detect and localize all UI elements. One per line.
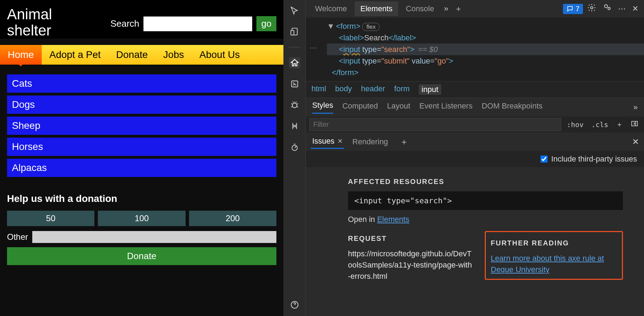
crumb-header[interactable]: header (361, 84, 385, 95)
donation-section: Help us with a donation 50 100 200 Other… (7, 193, 276, 265)
help-icon[interactable] (289, 299, 300, 310)
tab-elements[interactable]: Elements (355, 1, 398, 16)
close-devtools-icon[interactable]: ✕ (630, 3, 640, 15)
main-nav: Home Adopt a Pet Donate Jobs About Us (0, 45, 283, 65)
close-issues-tab-icon[interactable]: ✕ (337, 137, 343, 145)
amount-option[interactable]: 50 (7, 211, 94, 226)
inspect-element-icon[interactable] (289, 5, 300, 16)
toggle-sidebar-icon[interactable] (629, 118, 640, 131)
dom-tree[interactable]: … ▼<form>flex <label>Search</label> <inp… (306, 18, 644, 81)
animal-item[interactable]: Cats (7, 74, 276, 93)
open-in-elements-link[interactable]: Elements (377, 215, 409, 224)
add-drawer-tab-icon[interactable]: ＋ (400, 136, 408, 147)
nav-donate[interactable]: Donate (108, 45, 155, 65)
issues-badge[interactable]: 7 (563, 4, 583, 14)
animal-item[interactable]: Horses (7, 138, 276, 156)
settings-icon[interactable] (585, 2, 598, 16)
search-form: Search go (110, 16, 276, 31)
svg-rect-1 (291, 31, 294, 35)
more-options-icon[interactable]: ⋯ (616, 3, 628, 15)
drawer-tabs: Issues ✕ Rendering ＋ ✕ (306, 132, 644, 151)
close-drawer-icon[interactable]: ✕ (632, 137, 639, 147)
request-heading: REQUEST (348, 235, 474, 243)
nav-adopt[interactable]: Adopt a Pet (42, 45, 108, 65)
search-submit-button[interactable]: go (256, 16, 276, 31)
flex-badge[interactable]: flex (362, 23, 379, 31)
subtab-computed[interactable]: Computed (342, 101, 378, 113)
open-in-elements: Open in Elements (348, 215, 623, 224)
svg-point-6 (591, 7, 593, 9)
third-party-toggle-row: Include third-party issues (306, 151, 644, 167)
animal-item[interactable]: Sheep (7, 117, 276, 135)
subtab-event-listeners[interactable]: Event Listeners (420, 101, 473, 113)
crumb-body[interactable]: body (335, 84, 352, 95)
animal-item[interactable]: Alpacas (7, 159, 276, 177)
devtools-top-tabs: Welcome Elements Console » ＋ 7 ⋯ ✕ (306, 0, 644, 18)
accessibility-icon[interactable] (289, 78, 300, 90)
device-emulation-icon[interactable] (289, 26, 300, 37)
bug-icon[interactable] (289, 99, 300, 111)
issue-details[interactable]: AFFECTED RESOURCES <input type="search">… (306, 167, 644, 316)
drawer-tab-issues[interactable]: Issues ✕ (311, 134, 344, 149)
nav-jobs[interactable]: Jobs (155, 45, 192, 65)
animal-item[interactable]: Dogs (7, 96, 276, 114)
toolstrip-divider (289, 47, 301, 47)
amount-option[interactable]: 200 (189, 211, 276, 226)
donate-button[interactable]: Donate (7, 247, 276, 265)
styles-filter-row: :hov .cls ＋ (306, 117, 644, 132)
site-title-line1: Animal (7, 6, 52, 22)
third-party-checkbox[interactable] (541, 156, 548, 163)
svg-point-8 (608, 7, 610, 9)
styles-subtabs: Styles Computed Layout Event Listeners D… (306, 98, 644, 117)
page-header: Animal shelter Search go (0, 0, 283, 39)
nav-about[interactable]: About Us (192, 45, 248, 65)
search-input[interactable] (143, 17, 252, 31)
rendered-page: Animal shelter Search go Home Adopt a Pe… (0, 0, 283, 316)
affected-code: <input type="search"> (348, 191, 623, 210)
animal-list: Cats Dogs Sheep Horses Alpacas (7, 74, 276, 177)
selected-dom-node[interactable]: <input type="search">== $0 (327, 44, 644, 55)
tab-welcome[interactable]: Welcome (309, 1, 353, 16)
devtools: Welcome Elements Console » ＋ 7 ⋯ ✕ … ▼<f… (283, 0, 644, 316)
third-party-label: Include third-party issues (551, 154, 637, 164)
issues-count: 7 (576, 5, 579, 13)
other-label: Other (7, 232, 28, 242)
add-tab-icon[interactable]: ＋ (452, 2, 464, 15)
subtab-styles[interactable]: Styles (312, 101, 333, 114)
svg-point-7 (604, 5, 608, 8)
devtools-main: Welcome Elements Console » ＋ 7 ⋯ ✕ … ▼<f… (306, 0, 644, 316)
donation-amounts: 50 100 200 (7, 211, 276, 226)
crumb-html[interactable]: html (311, 84, 326, 95)
add-style-rule-icon[interactable]: ＋ (614, 118, 625, 131)
feedback-icon[interactable] (601, 2, 614, 16)
site-title: Animal shelter (7, 6, 70, 39)
crumb-input[interactable]: input (419, 84, 441, 95)
further-reading-box: FURTHER READING Learn more about this ax… (485, 231, 623, 280)
other-amount-input[interactable] (32, 231, 276, 243)
network-icon[interactable] (289, 120, 300, 132)
more-subtabs-icon[interactable]: » (633, 103, 638, 112)
svg-point-3 (292, 103, 297, 108)
further-reading-heading: FURTHER READING (491, 239, 617, 247)
tab-console[interactable]: Console (400, 1, 440, 16)
toggle-hov-button[interactable]: :hov (565, 119, 586, 130)
donation-heading: Help us with a donation (7, 193, 276, 204)
nav-home[interactable]: Home (0, 45, 42, 65)
further-reading-link[interactable]: Learn more about this axe rule at Deque … (491, 254, 604, 274)
styles-filter-input[interactable] (309, 118, 561, 131)
site-title-line2: shelter (7, 22, 51, 39)
search-label: Search (110, 18, 139, 29)
more-tabs-icon[interactable]: » (442, 3, 450, 15)
dom-breadcrumb: html body header form input (306, 81, 644, 98)
page-content: Cats Dogs Sheep Horses Alpacas Help us w… (0, 65, 283, 275)
subtab-layout[interactable]: Layout (387, 101, 410, 113)
performance-icon[interactable] (289, 141, 300, 153)
amount-option[interactable]: 100 (98, 211, 185, 226)
crumb-form[interactable]: form (394, 84, 410, 95)
home-icon[interactable] (289, 57, 300, 68)
toggle-cls-button[interactable]: .cls (589, 119, 610, 130)
subtab-dom-breakpoints[interactable]: DOM Breakpoints (482, 101, 543, 113)
overflow-ellipsis: … (309, 40, 317, 52)
svg-point-4 (292, 145, 297, 151)
drawer-tab-rendering[interactable]: Rendering (351, 135, 390, 149)
